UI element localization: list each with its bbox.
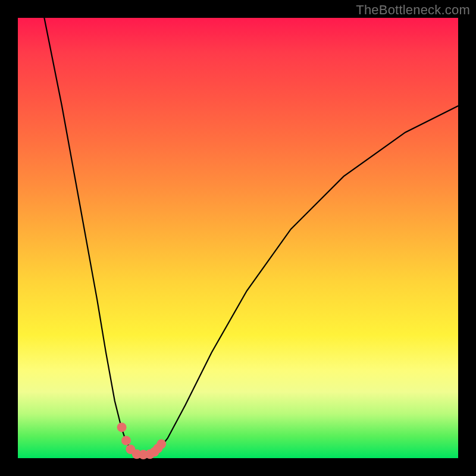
- curve-svg: [18, 18, 458, 458]
- curve-dot: [121, 436, 131, 445]
- curve-dot: [117, 422, 127, 432]
- curve-dots-group: [117, 422, 167, 459]
- chart-stage: TheBottleneck.com: [0, 0, 476, 476]
- plot-area: [18, 18, 458, 458]
- curve-dot: [156, 439, 166, 449]
- bottleneck-curve: [44, 18, 458, 455]
- watermark-text: TheBottleneck.com: [356, 2, 470, 18]
